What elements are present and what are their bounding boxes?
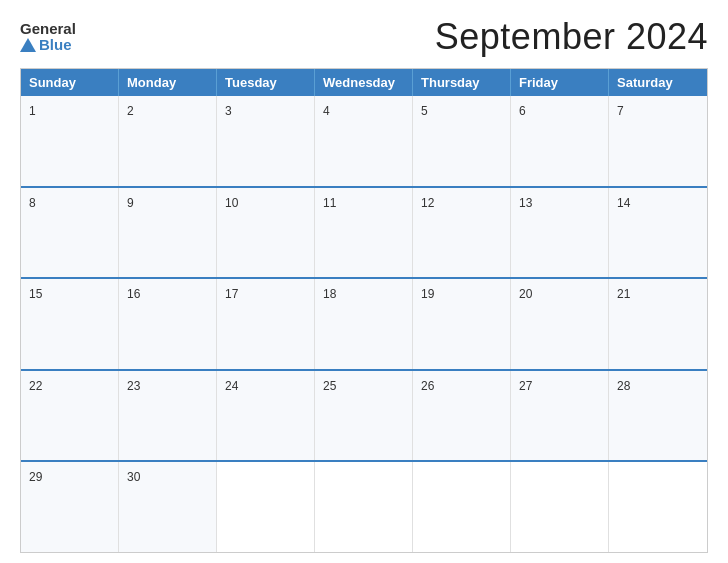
day-cell-9: 9 [119,188,217,278]
day-cell-18: 18 [315,279,413,369]
day-cell-1: 1 [21,96,119,186]
header-tuesday: Tuesday [217,69,315,96]
day-cell-empty-4 [511,462,609,552]
week-row-5: 29 30 [21,460,707,552]
day-cell-6: 6 [511,96,609,186]
day-cell-14: 14 [609,188,707,278]
day-cell-empty-2 [315,462,413,552]
day-cell-8: 8 [21,188,119,278]
calendar-title: September 2024 [435,16,708,58]
day-cell-5: 5 [413,96,511,186]
logo: General Blue [20,21,76,54]
week-row-2: 8 9 10 11 12 13 14 [21,186,707,278]
day-cell-4: 4 [315,96,413,186]
day-cell-28: 28 [609,371,707,461]
day-cell-empty-5 [609,462,707,552]
day-cell-19: 19 [413,279,511,369]
calendar: Sunday Monday Tuesday Wednesday Thursday… [20,68,708,553]
week-row-1: 1 2 3 4 5 6 7 [21,96,707,186]
day-cell-25: 25 [315,371,413,461]
day-cell-23: 23 [119,371,217,461]
logo-blue-text: Blue [39,37,72,54]
day-cell-26: 26 [413,371,511,461]
day-cell-17: 17 [217,279,315,369]
week-row-3: 15 16 17 18 19 20 21 [21,277,707,369]
week-row-4: 22 23 24 25 26 27 28 [21,369,707,461]
header-thursday: Thursday [413,69,511,96]
day-cell-empty-3 [413,462,511,552]
day-cell-22: 22 [21,371,119,461]
day-cell-11: 11 [315,188,413,278]
day-headers-row: Sunday Monday Tuesday Wednesday Thursday… [21,69,707,96]
day-cell-16: 16 [119,279,217,369]
day-cell-24: 24 [217,371,315,461]
day-cell-12: 12 [413,188,511,278]
day-cell-2: 2 [119,96,217,186]
weeks-container: 1 2 3 4 5 6 7 8 9 10 11 12 13 14 15 [21,96,707,552]
day-cell-27: 27 [511,371,609,461]
header: General Blue September 2024 [20,16,708,58]
day-cell-30: 30 [119,462,217,552]
header-saturday: Saturday [609,69,707,96]
day-cell-7: 7 [609,96,707,186]
day-cell-13: 13 [511,188,609,278]
logo-general-text: General [20,21,76,38]
day-cell-empty-1 [217,462,315,552]
day-cell-10: 10 [217,188,315,278]
header-friday: Friday [511,69,609,96]
header-sunday: Sunday [21,69,119,96]
page: General Blue September 2024 Sunday Monda… [0,0,728,563]
logo-triangle-icon [20,38,36,52]
day-cell-20: 20 [511,279,609,369]
header-wednesday: Wednesday [315,69,413,96]
header-monday: Monday [119,69,217,96]
day-cell-21: 21 [609,279,707,369]
day-cell-15: 15 [21,279,119,369]
day-cell-3: 3 [217,96,315,186]
logo-blue-row: Blue [20,37,72,54]
day-cell-29: 29 [21,462,119,552]
